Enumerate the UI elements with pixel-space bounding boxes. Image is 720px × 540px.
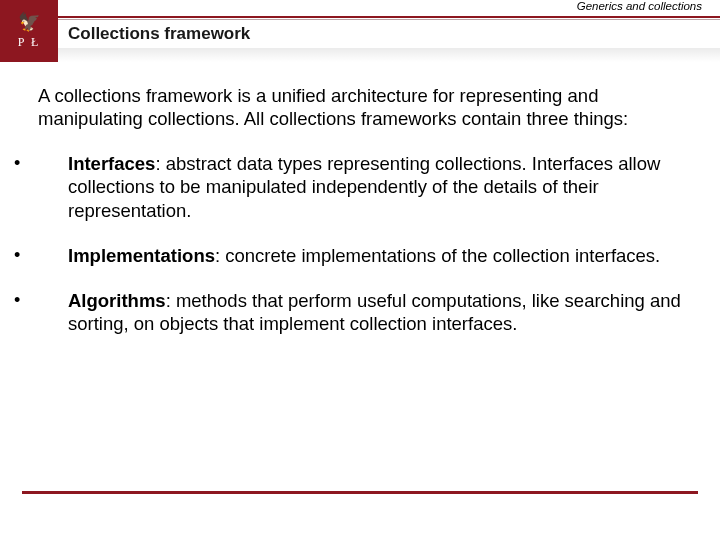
logo-letters: P Ł bbox=[18, 35, 41, 50]
header: 🦅 P Ł Generics and collections Collectio… bbox=[0, 0, 720, 62]
list-item: Interfaces: abstract data types represen… bbox=[38, 152, 710, 221]
term-text: : abstract data types representing colle… bbox=[68, 153, 660, 220]
list-item: Implementations: concrete implementation… bbox=[38, 244, 710, 267]
term: Algorithms bbox=[68, 290, 166, 311]
header-shadow bbox=[58, 48, 720, 62]
eagle-icon: 🦅 bbox=[18, 13, 40, 31]
term: Implementations bbox=[68, 245, 215, 266]
slide: 🦅 P Ł Generics and collections Collectio… bbox=[0, 0, 720, 540]
topic-label: Generics and collections bbox=[577, 0, 702, 12]
bullet-list: Interfaces: abstract data types represen… bbox=[38, 152, 710, 335]
logo: 🦅 P Ł bbox=[0, 0, 58, 62]
term: Interfaces bbox=[68, 153, 155, 174]
footer-rule bbox=[22, 491, 698, 494]
header-rule bbox=[58, 16, 720, 18]
page-title: Collections framework bbox=[68, 24, 250, 44]
body: A collections framework is a unified arc… bbox=[0, 62, 720, 335]
intro-text: A collections framework is a unified arc… bbox=[38, 84, 678, 130]
header-rule-secondary bbox=[58, 19, 720, 20]
term-text: : concrete implementations of the collec… bbox=[215, 245, 660, 266]
list-item: Algorithms: methods that perform useful … bbox=[38, 289, 710, 335]
